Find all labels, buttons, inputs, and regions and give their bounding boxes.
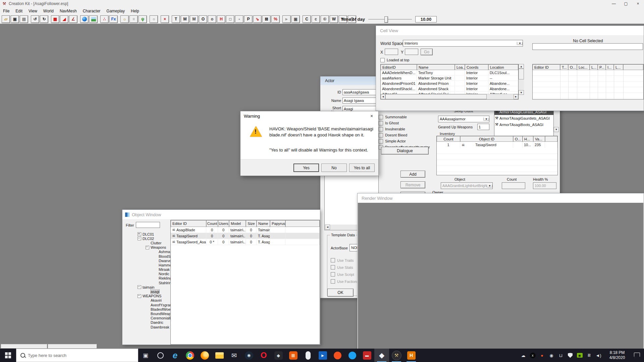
taskbar-clock[interactable]: 8:18 PM 4/8/2020 <box>604 349 631 362</box>
window-t-button[interactable]: T <box>172 15 180 23</box>
menu-item[interactable]: NavMesh <box>57 7 80 15</box>
armor-list[interactable]: ⚒ArmorTAsagiCuirass_ASAGI ⚒ArmorTAsagiGa… <box>494 108 554 137</box>
outfit-dropdown[interactable]: AAAasagiarmor ▼ <box>438 116 489 122</box>
menu-item[interactable]: Character <box>80 7 104 15</box>
ref-table[interactable]: Editor ID T... O... Loc... L... P... I..… <box>532 64 644 100</box>
checkbox[interactable] <box>379 121 383 125</box>
checkbox[interactable] <box>331 265 335 269</box>
checkbox[interactable] <box>380 58 385 62</box>
toolbar-separator[interactable] <box>118 16 120 23</box>
column-header[interactable]: L... <box>590 64 598 70</box>
tree-expand-icon[interactable] <box>138 232 141 236</box>
wifi-icon[interactable]: ≋ <box>585 349 593 362</box>
dialogue-bubble-button[interactable]: ○ <box>150 15 158 23</box>
minimize-button[interactable]: — <box>608 0 620 7</box>
no-button[interactable]: No <box>321 164 347 172</box>
actor-flag-checkbox[interactable]: Invulnerable <box>379 126 436 132</box>
chat-app-icon[interactable]: ◆ <box>271 349 286 362</box>
actor-id-field[interactable]: aaaAsagiIgawa <box>342 89 376 95</box>
window-o1-button[interactable]: O <box>199 15 207 23</box>
blue-app-icon[interactable] <box>345 349 360 362</box>
defender-icon[interactable] <box>566 349 574 362</box>
actor-flag-checkbox[interactable]: Is Ghost <box>379 120 436 126</box>
action-center-button[interactable] <box>632 349 642 362</box>
dialogue-button[interactable]: Dialogue <box>381 147 429 155</box>
xbox-icon[interactable]: x <box>529 349 537 362</box>
tree-item[interactable]: CeremonialE <box>135 316 172 320</box>
cell-name-field[interactable] <box>532 43 643 50</box>
x-field[interactable] <box>385 49 398 55</box>
menu-item[interactable]: Edit <box>12 7 25 15</box>
checkbox[interactable] <box>379 139 383 143</box>
tree-item[interactable]: BoundWeap <box>135 311 172 316</box>
save-button[interactable]: ▣ <box>11 15 19 23</box>
toolbar-separator[interactable] <box>49 16 50 23</box>
tree-item[interactable]: Riekling <box>135 276 172 281</box>
tree-item[interactable]: AxeofYsgrar <box>135 303 172 307</box>
health-field[interactable]: 100.00 <box>533 182 556 189</box>
column-header[interactable]: L... <box>614 64 623 70</box>
opera-icon[interactable]: O <box>256 349 271 362</box>
havok-box-button[interactable]: ▣ <box>291 15 300 23</box>
column-header[interactable]: Size <box>246 220 257 227</box>
scroll-left-icon[interactable]: ◄ <box>381 94 385 99</box>
time-of-day-slider[interactable] <box>368 16 412 22</box>
tree-item[interactable]: DLC01 <box>135 232 172 236</box>
tree-expand-icon[interactable] <box>138 285 141 289</box>
column-header[interactable]: Va... <box>533 136 545 142</box>
tree-item[interactable]: Nordic <box>135 272 172 276</box>
object-window-titlebar[interactable]: Object Window <box>122 210 320 219</box>
dropdown-arrow-icon[interactable]: ▼ <box>517 42 523 45</box>
render-viewport[interactable] <box>358 203 643 361</box>
mouse-app-icon[interactable] <box>301 349 315 362</box>
object-row[interactable]: ☠TasagiSword 0 0 taimain\... 0 T. Asagi.… <box>171 233 320 239</box>
cell-row[interactable]: AAADeleteWhenD... TestTony Interior DLC1… <box>381 70 518 75</box>
actor-flag-checkbox[interactable]: Simple Actor <box>379 138 436 144</box>
usb-icon[interactable]: ⊔ <box>557 349 565 362</box>
yes-to-all-button[interactable]: Yes to all <box>349 164 375 172</box>
column-header[interactable] <box>623 64 643 70</box>
volume-icon[interactable]: ◄) <box>594 349 602 362</box>
actor-flag-checkbox[interactable]: Summonable <box>379 114 436 120</box>
tree-expand-icon[interactable] <box>138 294 141 298</box>
tree-item[interactable]: Stahlrim <box>135 281 172 285</box>
column-header[interactable]: Name <box>417 64 455 70</box>
column-header[interactable]: Name <box>257 220 270 227</box>
column-header[interactable]: Location <box>488 64 518 70</box>
window-w1-button[interactable]: W <box>330 15 338 23</box>
warnings-button[interactable]: × <box>161 15 169 23</box>
checkbox[interactable] <box>331 258 335 262</box>
grass-button[interactable]: ψ <box>139 15 147 23</box>
toolbar-separator[interactable] <box>170 16 171 23</box>
count-field[interactable] <box>502 182 525 189</box>
column-header[interactable]: I... <box>606 64 614 70</box>
column-header[interactable]: P... <box>598 64 606 70</box>
world-button[interactable] <box>80 15 89 23</box>
cell-view-titlebar[interactable]: Cell View <box>376 26 644 35</box>
onedrive-icon[interactable]: ☁ <box>519 349 527 362</box>
window-square-button[interactable]: ▫ <box>235 15 244 23</box>
template-flag-checkbox[interactable]: Use Factions <box>331 278 359 285</box>
render-window-titlebar[interactable]: Render Window <box>358 193 644 203</box>
column-header[interactable] <box>285 220 320 227</box>
template-flag-checkbox[interactable]: Use Stats <box>331 264 359 271</box>
actor-name-field[interactable]: Asagi Igawa <box>342 98 376 104</box>
scroll-right-icon[interactable]: ► <box>514 94 518 99</box>
column-header[interactable]: Papyrus <box>270 220 285 227</box>
mail-icon[interactable]: ✉ <box>227 349 241 362</box>
window-m1-button[interactable]: M <box>181 15 189 23</box>
column-header[interactable] <box>545 136 557 142</box>
template-flag-checkbox[interactable]: Use Traits <box>331 257 359 264</box>
checkbox[interactable] <box>379 115 383 119</box>
column-header[interactable]: Editor ID <box>533 64 560 70</box>
column-header[interactable]: Users <box>218 220 229 227</box>
slider-handle[interactable] <box>384 16 388 23</box>
armor-list-item[interactable]: ⚒ArmorTAsagiBoots_ASAGI <box>494 121 553 128</box>
scroll-down-icon[interactable]: ▼ <box>519 90 524 95</box>
remove-button[interactable]: Remove <box>400 181 425 188</box>
search-box[interactable]: Type here to search <box>16 349 138 362</box>
open-button[interactable]: ▱ <box>2 15 10 23</box>
creation-kit-icon[interactable]: ⚒ <box>389 349 404 362</box>
start-button[interactable] <box>0 349 16 362</box>
window-p-button[interactable]: P <box>244 15 253 23</box>
